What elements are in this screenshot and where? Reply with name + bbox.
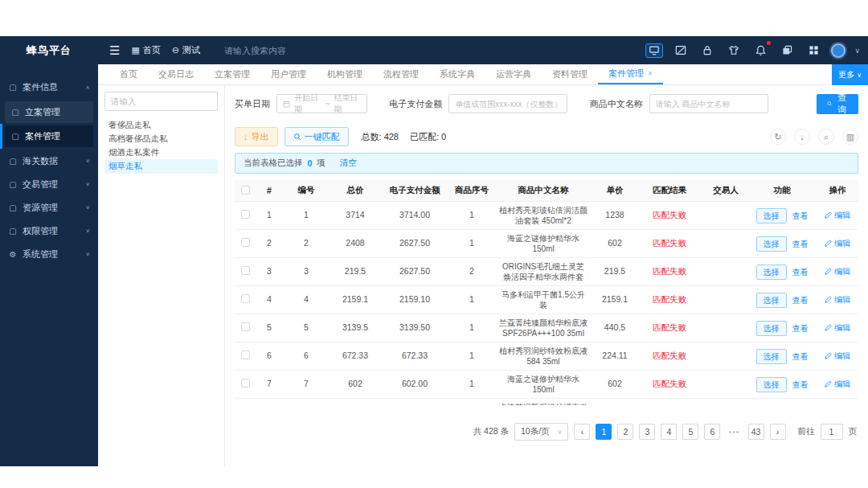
row-checkbox[interactable] xyxy=(241,294,250,303)
lock-icon[interactable] xyxy=(698,43,716,58)
case-type-tobacco[interactable]: 烟草走私 xyxy=(104,159,218,173)
topnav-home[interactable]: ▦ 首页 xyxy=(131,44,160,56)
select-button[interactable]: 选择 xyxy=(756,208,787,223)
sidebar-item-customs-data[interactable]: ▢海关数据∨ xyxy=(0,150,98,173)
sidebar-item-system-management[interactable]: ⚙系统管理∨ xyxy=(0,243,98,266)
user-avatar[interactable] xyxy=(831,43,845,58)
display-icon[interactable] xyxy=(645,43,663,58)
tabs-more-button[interactable]: 更多 ∨ xyxy=(832,64,868,85)
refresh-icon[interactable]: ↻ xyxy=(770,129,786,145)
case-type-luxury[interactable]: 奢侈品走私 xyxy=(104,118,218,132)
tab-case-management[interactable]: 案件管理× xyxy=(598,64,663,84)
sidebar-item-transaction-management[interactable]: ▢交易管理∨ xyxy=(0,173,98,196)
case-type-search-input[interactable] xyxy=(104,92,218,111)
next-page-button[interactable]: › xyxy=(770,424,786,440)
sidebar-item-label: 资源管理 xyxy=(23,202,58,214)
page-button[interactable]: 1 xyxy=(596,424,612,440)
cell-function: 选择查看 xyxy=(751,399,813,406)
select-button[interactable]: 选择 xyxy=(756,236,787,252)
cell-index: 2 xyxy=(256,230,283,258)
edit-link[interactable]: 编辑 xyxy=(825,322,850,333)
tab-system-dict[interactable]: 系统字典 xyxy=(429,64,485,84)
row-checkbox[interactable] xyxy=(241,351,250,359)
case-type-tobacco-alcohol[interactable]: 烟酒走私案件 xyxy=(104,146,218,159)
chevron-down-icon[interactable]: ∨ xyxy=(854,47,860,55)
page-size-select[interactable]: 10条/页 ∨ xyxy=(514,423,568,441)
edit-link[interactable]: 编辑 xyxy=(825,210,850,220)
page-button[interactable]: 2 xyxy=(617,424,633,440)
page-button[interactable]: 43 xyxy=(748,424,764,440)
one-click-match-button[interactable]: 一键匹配 xyxy=(285,127,349,146)
row-checkbox[interactable] xyxy=(241,238,250,247)
sidebar-menu: ▢案件信息∧▢立案管理▢案件管理▢海关数据∨▢交易管理∨▢资源管理∨▢权限管理∨… xyxy=(0,64,98,266)
view-link[interactable]: 查看 xyxy=(792,323,809,334)
select-all-checkbox[interactable] xyxy=(241,186,250,195)
tab-operation-dict[interactable]: 运营字典 xyxy=(485,64,542,84)
page-button[interactable]: 4 xyxy=(661,424,677,440)
cell-serial: 1 xyxy=(448,342,495,371)
tab-user-management[interactable]: 用户管理 xyxy=(260,64,317,84)
column-header: 交易人 xyxy=(701,180,751,202)
screenshot-icon[interactable] xyxy=(672,43,690,58)
clear-selection-link[interactable]: 清空 xyxy=(340,158,357,169)
edit-link[interactable]: 编辑 xyxy=(825,351,850,361)
case-type-highend-luxury[interactable]: 高档奢侈品走私 xyxy=(104,132,218,146)
row-checkbox[interactable] xyxy=(241,379,250,388)
density-icon[interactable]: ↓ xyxy=(794,129,810,145)
select-button[interactable]: 选择 xyxy=(756,321,787,336)
sidebar-item-resource-management[interactable]: ▢资源管理∨ xyxy=(0,196,98,219)
view-link[interactable]: 查看 xyxy=(792,379,809,390)
tab-case-filing[interactable]: 立案管理 xyxy=(204,64,260,84)
view-link[interactable]: 查看 xyxy=(792,351,809,362)
edit-link[interactable]: 编辑 xyxy=(825,266,850,277)
sidebar-item-permission-management[interactable]: ▢权限管理∨ xyxy=(0,219,98,243)
notification-bell-icon[interactable] xyxy=(751,43,769,58)
tab-data-management[interactable]: 资料管理 xyxy=(542,64,598,84)
tab-home[interactable]: 首页 xyxy=(109,64,148,84)
sidebar-subitem-case-management[interactable]: ▢案件管理 xyxy=(5,125,93,147)
page-button[interactable]: 6 xyxy=(704,424,720,440)
prev-page-button[interactable]: ‹ xyxy=(574,424,590,440)
select-button[interactable]: 选择 xyxy=(756,349,787,364)
global-search-input[interactable] xyxy=(224,46,345,55)
export-button[interactable]: ↓ 导出 xyxy=(235,127,278,146)
view-link[interactable]: 查看 xyxy=(792,239,809,249)
sidebar-subitem-case-filing[interactable]: ▢立案管理 xyxy=(5,101,93,123)
page-button[interactable]: 3 xyxy=(639,424,655,440)
row-checkbox[interactable] xyxy=(241,322,250,331)
copy-icon[interactable] xyxy=(778,43,796,58)
edit-link[interactable]: 编辑 xyxy=(825,294,850,305)
download-icon: ↓ xyxy=(244,132,248,141)
fullscreen-icon[interactable]: ⌕ xyxy=(818,129,834,145)
select-button[interactable]: 选择 xyxy=(756,265,787,280)
select-button[interactable]: 选择 xyxy=(756,377,787,392)
select-button[interactable]: 选择 xyxy=(756,405,787,406)
row-checkbox[interactable] xyxy=(241,210,250,219)
column-header: 总价 xyxy=(330,180,381,202)
edit-link[interactable]: 编辑 xyxy=(825,238,850,248)
close-icon[interactable]: × xyxy=(648,69,653,78)
tab-transaction-log[interactable]: 交易日志 xyxy=(148,64,204,84)
page-unit-label: 页 xyxy=(849,426,858,437)
view-link[interactable]: 查看 xyxy=(792,211,809,221)
tab-process-management[interactable]: 流程管理 xyxy=(373,64,429,84)
theme-skin-icon[interactable] xyxy=(725,43,743,58)
sidebar-item-case-info[interactable]: ▢案件信息∧ xyxy=(0,76,98,99)
name-filter-input[interactable] xyxy=(649,94,768,113)
column-setting-icon[interactable]: ▥ xyxy=(842,129,858,145)
view-link[interactable]: 查看 xyxy=(792,295,809,306)
hamburger-menu-icon[interactable]: ☰ xyxy=(109,43,120,58)
date-range-picker[interactable]: 开始日期 ~ 结束日期 xyxy=(276,94,367,113)
search-button[interactable]: 查询 xyxy=(817,94,858,114)
page-button[interactable]: 5 xyxy=(682,424,698,440)
topnav-test[interactable]: ⊖ 测试 xyxy=(172,44,200,56)
apps-grid-icon[interactable] xyxy=(805,43,822,58)
row-checkbox[interactable] xyxy=(241,266,250,275)
tab-org-management[interactable]: 机构管理 xyxy=(317,64,373,84)
goto-page-input[interactable] xyxy=(821,424,843,440)
edit-link[interactable]: 编辑 xyxy=(825,379,850,389)
amount-filter-label: 电子支付金额 xyxy=(389,98,442,110)
view-link[interactable]: 查看 xyxy=(792,267,809,277)
select-button[interactable]: 选择 xyxy=(756,293,787,308)
amount-filter-input[interactable] xyxy=(448,94,567,113)
